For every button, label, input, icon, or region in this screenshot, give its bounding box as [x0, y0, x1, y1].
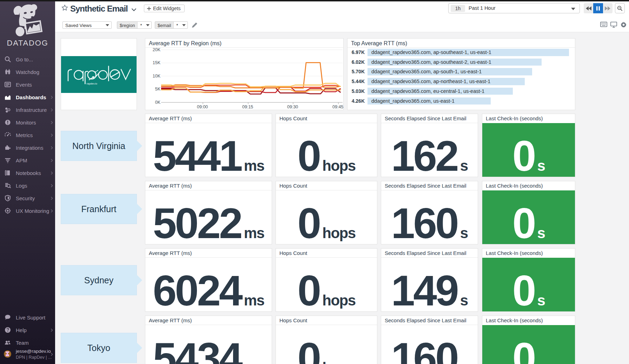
- svg-text:rapdev.io: rapdev.io: [87, 82, 97, 85]
